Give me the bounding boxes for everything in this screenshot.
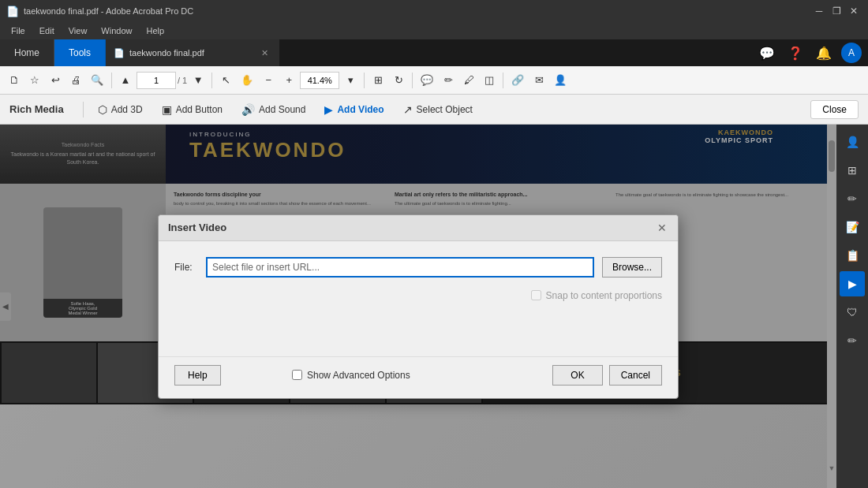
draw-button[interactable]: ✏ [439,70,458,91]
menu-bar: File Edit View Window Help [0,22,868,39]
chat-button[interactable]: 💬 [756,44,778,62]
rs-comment-button[interactable]: ✏ [840,186,865,211]
dialog-title-bar: Insert Video ✕ [159,215,678,241]
next-page-button[interactable]: ▼ [189,70,208,91]
print-button[interactable]: 🖨 [66,70,85,91]
pdf-area: ◀ INTRODUCING TAEKWONDO KAEKWONDO OLYMPI… [0,125,836,488]
previous-page-button[interactable]: ▲ [116,70,135,91]
new-document-button[interactable]: 🗋 [5,70,24,91]
add-3d-label: Add 3D [111,104,143,115]
snap-label: Snap to content proportions [546,290,662,301]
window-controls: ─ ❐ ✕ [811,4,862,18]
dialog-close-button[interactable]: ✕ [656,222,668,234]
link-button[interactable]: 🔗 [507,70,528,91]
menu-help[interactable]: Help [140,24,170,37]
stamp-button[interactable]: ◫ [480,70,499,91]
snap-checkbox[interactable] [531,290,541,300]
title-bar-text: taekwondo final.pdf - Adobe Acrobat Pro … [24,6,811,16]
dialog-footer: Help Show Advanced Options OK Cancel [159,356,678,398]
menu-window[interactable]: Window [95,24,138,37]
menu-view[interactable]: View [62,24,94,37]
marque-zoom-button[interactable]: ⊞ [369,70,387,91]
help-button[interactable]: Help [174,365,221,386]
pen-button[interactable]: 🖊 [459,70,478,91]
rm-separator-1 [83,102,84,117]
minimize-button[interactable]: ─ [811,4,827,18]
zoom-minus-button[interactable]: − [259,70,278,91]
rs-annotate-button[interactable]: ✏ [840,328,865,353]
rs-protect-button[interactable]: 🛡 [840,300,865,325]
rich-media-title: Rich Media [9,103,64,115]
tab-tools-label: Tools [69,47,91,58]
rotate-button[interactable]: ↻ [389,70,408,91]
add-sound-label: Add Sound [259,104,305,115]
tab-close-button[interactable]: ✕ [261,48,268,58]
ok-button[interactable]: OK [552,365,602,386]
file-input[interactable] [206,257,594,278]
select-tool-button[interactable]: ↖ [216,70,235,91]
close-rich-media-button[interactable]: Close [810,100,859,119]
previous-view-button[interactable]: ↩ [46,70,65,91]
toolbar-separator-4 [412,73,413,88]
add-video-button[interactable]: ▶ Add Video [316,99,391,121]
user-avatar[interactable]: A [841,43,862,63]
email-button[interactable]: ✉ [529,70,548,91]
snap-row: Snap to content proportions [174,290,662,301]
browse-button[interactable]: Browse... [602,257,662,278]
file-label: File: [174,262,198,273]
rs-video-button[interactable]: ▶ [840,271,865,296]
tab-file[interactable]: 📄 taekwondo final.pdf ✕ [106,39,279,66]
insert-video-dialog: Insert Video ✕ File: Browse... Snap to c… [158,214,679,399]
toolbar: 🗋 ☆ ↩ 🖨 🔍 ▲ / 1 ▼ ↖ ✋ − + ▾ ⊞ ↻ 💬 ✏ 🖊 ◫ … [0,66,868,95]
dialog-title-text: Insert Video [168,222,656,233]
hand-tool-button[interactable]: ✋ [237,70,257,91]
page-number-input[interactable] [137,72,176,89]
notifications-button[interactable]: 🔔 [813,44,835,62]
add-button-label: Add Button [176,104,223,115]
close-window-button[interactable]: ✕ [846,4,862,18]
rs-export-button[interactable]: ⊞ [840,158,865,183]
rs-share-button[interactable]: 👤 [840,129,865,155]
cancel-button[interactable]: Cancel [609,365,662,386]
dialog-overlay: Insert Video ✕ File: Browse... Snap to c… [0,125,836,488]
add-video-label: Add Video [337,104,383,115]
menu-file[interactable]: File [5,24,32,37]
page-separator: / 1 [178,76,187,85]
zoom-out-button[interactable]: 🔍 [87,70,107,91]
zoom-input[interactable] [300,72,339,89]
bookmark-button[interactable]: ☆ [25,70,44,91]
toolbar-separator-2 [211,73,212,88]
add-button-button[interactable]: ▣ Add Button [154,99,230,121]
tab-home-label: Home [14,47,39,58]
add-sound-icon: 🔊 [241,103,255,116]
tab-file-label: taekwondo final.pdf [129,48,204,58]
tab-home[interactable]: Home [0,39,54,66]
app-icon: 📄 [6,6,19,17]
toolbar-separator-3 [364,73,365,88]
title-bar: 📄 taekwondo final.pdf - Adobe Acrobat Pr… [0,0,868,22]
file-row: File: Browse... [174,257,662,278]
select-object-button[interactable]: ↗ Select Object [395,99,481,121]
add-3d-button[interactable]: ⬡ Add 3D [90,99,151,121]
show-advanced-label: Show Advanced Options [307,370,410,381]
main-area: ◀ INTRODUCING TAEKWONDO KAEKWONDO OLYMPI… [0,125,868,488]
restore-button[interactable]: ❐ [829,4,844,18]
menu-edit[interactable]: Edit [33,24,61,37]
help-button[interactable]: ❓ [784,44,806,62]
show-advanced-checkbox[interactable] [292,370,302,380]
add-sound-button[interactable]: 🔊 Add Sound [234,99,313,121]
tab-bar-right: 💬 ❓ 🔔 A [756,39,868,66]
tab-tools[interactable]: Tools [54,39,106,66]
right-sidebar-panel: 👤 ⊞ ✏ 📝 📋 ▶ 🛡 ✏ [836,125,868,488]
rs-edit-button[interactable]: 📝 [840,214,865,240]
comment-button[interactable]: 💬 [417,70,437,91]
add-button-icon: ▣ [162,103,172,116]
share-button[interactable]: 👤 [550,70,571,91]
user-initial: A [848,47,855,58]
zoom-dropdown-button[interactable]: ▾ [341,70,360,91]
show-advanced-row: Show Advanced Options [292,370,410,381]
rs-forms-button[interactable]: 📋 [840,243,865,268]
rich-media-bar: Rich Media ⬡ Add 3D ▣ Add Button 🔊 Add S… [0,95,868,125]
add-video-icon: ▶ [324,103,333,116]
zoom-plus-button[interactable]: + [279,70,298,91]
